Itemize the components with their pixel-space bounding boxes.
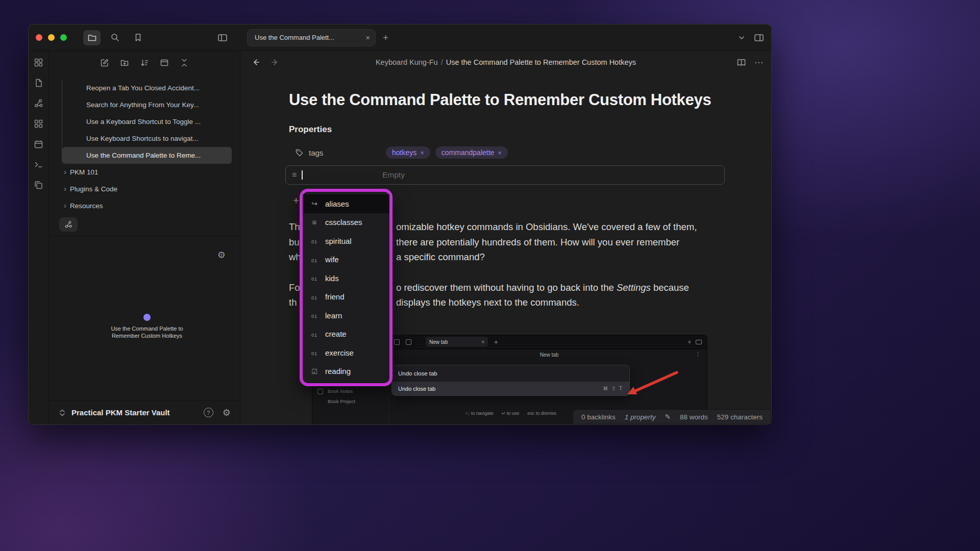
property-suggestion-dropdown: aliases cssclasses spiritual [300, 189, 393, 386]
settings-gear-icon[interactable]: ⚙ [223, 407, 231, 418]
card-layout-icon[interactable] [160, 58, 169, 67]
canvas-icon[interactable] [34, 119, 43, 129]
zoom-window-button[interactable] [60, 34, 67, 41]
tab-list-button[interactable] [738, 34, 746, 42]
chevron-right-icon: › [64, 185, 66, 192]
minimize-window-button[interactable] [48, 34, 55, 41]
tag-remove-icon[interactable]: × [420, 149, 424, 157]
more-options-button[interactable]: ⋯ [754, 57, 763, 68]
file-item[interactable]: Reopen a Tab You Closed Accident... [62, 80, 232, 96]
suggestion-item[interactable]: cssclasses [303, 213, 389, 232]
mini-panel-right-icon [696, 340, 702, 344]
help-button[interactable]: ? [204, 408, 213, 417]
calendar-icon[interactable] [34, 139, 43, 149]
tag-pill[interactable]: commandpalette × [435, 146, 508, 159]
tag-pill[interactable]: hotkeys × [386, 146, 430, 159]
file-item-label: Use a Keyboard Shortcut to Toggle ... [86, 118, 201, 126]
new-folder-icon[interactable] [120, 58, 129, 67]
forward-button[interactable] [270, 58, 279, 66]
suggestion-item[interactable]: aliases [303, 194, 389, 213]
search-icon [110, 33, 120, 42]
sort-icon[interactable] [140, 58, 149, 67]
folder-item[interactable]: › Resources [61, 197, 232, 214]
tab-close-icon[interactable]: × [365, 34, 370, 41]
property-type-icon [310, 348, 319, 357]
titlebar-left-actions [83, 30, 146, 45]
drag-handle-icon[interactable]: ≡ [292, 170, 297, 180]
mini-bookmark-icon [394, 339, 400, 345]
tab-active[interactable]: Use the Command Palett... × [247, 29, 376, 46]
layout-dashboard-icon[interactable] [34, 58, 43, 67]
properties-count[interactable]: 1 property [625, 413, 656, 421]
suggestion-label: reading [325, 367, 351, 375]
graph-icon[interactable] [34, 98, 43, 108]
property-type-icon [310, 237, 319, 245]
terminal-icon[interactable] [34, 160, 43, 169]
edit-mode-pencil-icon[interactable]: ✎ [665, 413, 671, 421]
note-title: Use the Command Palette to Remember Cust… [289, 91, 717, 109]
mini-new-tab-icon: + [494, 338, 498, 346]
tag-remove-icon[interactable]: × [498, 149, 502, 157]
red-annotation-arrow [618, 366, 684, 403]
graph-node-label: Use the Command Palette to Remember Cust… [96, 325, 198, 339]
new-note-icon[interactable] [100, 58, 109, 67]
file-item-label: Search for Anything From Your Key... [86, 101, 199, 109]
tag-icon [295, 148, 304, 157]
suggestion-label: friend [325, 292, 345, 301]
breadcrumb-current[interactable]: Use the Command Palette to Remember Cust… [446, 58, 636, 66]
explorer-toolbar [49, 51, 240, 74]
folder-item-label: Resources [70, 202, 103, 210]
suggestion-item[interactable]: exercise [303, 343, 389, 362]
file-item[interactable]: Use a Keyboard Shortcut to Toggle ... [62, 113, 232, 130]
properties-heading[interactable]: Properties [289, 124, 717, 135]
close-window-button[interactable] [36, 34, 42, 41]
folder-item[interactable]: › Plugins & Code [61, 181, 232, 197]
new-property-row[interactable]: ≡ Empty [285, 165, 725, 185]
search-button[interactable] [106, 30, 124, 45]
suggestion-item[interactable]: create [303, 325, 389, 344]
file-item[interactable]: Use Keyboard Shortcuts to navigat... [62, 130, 232, 147]
file-import-icon[interactable] [34, 78, 43, 88]
suggestion-item[interactable]: wife [303, 251, 389, 269]
vault-switcher-icon[interactable] [58, 408, 66, 417]
property-type-icon [310, 311, 319, 319]
reading-view-button[interactable] [737, 58, 746, 67]
left-sidebar-toggle[interactable] [217, 33, 228, 42]
vault-footer: Practical PKM Starter Vault ? ⚙ [49, 400, 240, 424]
right-sidebar-toggle[interactable] [754, 33, 764, 42]
property-type-icon [310, 330, 319, 338]
mini-more-icon: ⋮ [695, 351, 701, 358]
bookmark-icon [133, 33, 143, 42]
collapse-all-icon[interactable] [180, 58, 189, 67]
suggestion-item[interactable]: friend [303, 288, 389, 307]
graph-settings-gear-icon[interactable]: ⚙ [217, 249, 226, 261]
property-key[interactable]: tags [289, 148, 386, 157]
breadcrumb-folder[interactable]: Keyboard Kung-Fu [376, 58, 438, 66]
backlinks-count[interactable]: 0 backlinks [581, 413, 616, 421]
vault-name[interactable]: Practical PKM Starter Vault [71, 408, 170, 417]
templates-icon[interactable] [34, 180, 43, 190]
graph-node[interactable] [143, 314, 151, 321]
mini-tab: New tab × [426, 337, 488, 347]
suggestion-item[interactable]: learn [303, 306, 389, 325]
file-item[interactable]: Search for Anything From Your Key... [62, 96, 232, 113]
bookmarks-button[interactable] [129, 30, 146, 45]
suggestion-item[interactable]: kids [303, 269, 389, 288]
word-count: 88 words [680, 413, 708, 421]
suggestion-label: kids [325, 274, 339, 283]
files-button[interactable] [83, 30, 101, 45]
new-tab-button[interactable]: + [383, 33, 388, 42]
file-item[interactable]: Use the Command Palette to Reme... [62, 147, 232, 164]
suggestion-label: exercise [325, 348, 354, 357]
suggestion-item[interactable]: spiritual [303, 232, 389, 251]
property-type-icon [310, 256, 319, 264]
folder-item[interactable]: › PKM 101 [61, 164, 232, 181]
mini-file-item: Book Notes [328, 388, 356, 394]
back-button[interactable] [252, 58, 261, 66]
suggestion-item[interactable]: reading [303, 362, 389, 381]
ribbon [29, 51, 49, 424]
mini-command-palette: Undo close tab Undo close tab ⌘ ⇧ T [391, 365, 630, 396]
graph-view-button[interactable] [59, 217, 78, 232]
property-value-placeholder[interactable]: Empty [382, 170, 405, 180]
view-header: Keyboard Kung-Fu/Use the Command Palette… [240, 51, 771, 73]
